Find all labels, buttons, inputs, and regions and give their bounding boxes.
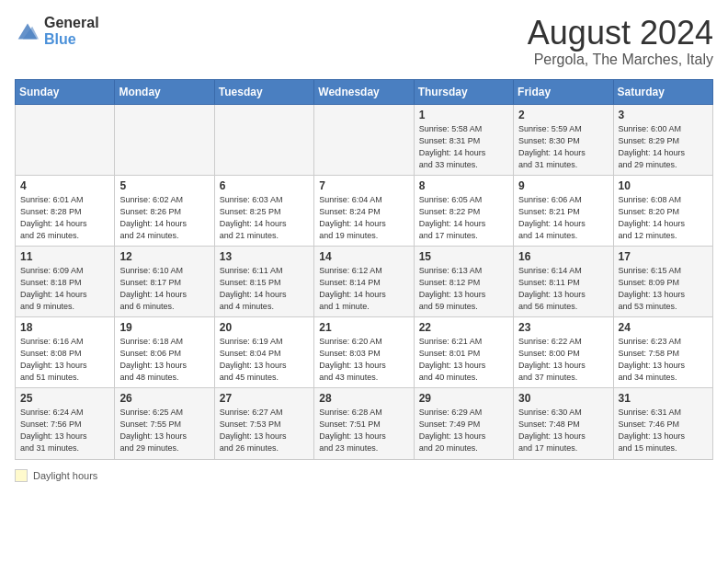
day-info: Sunrise: 6:19 AM Sunset: 8:04 PM Dayligh… bbox=[220, 336, 309, 384]
day-number: 5 bbox=[119, 179, 209, 192]
day-number: 14 bbox=[319, 250, 408, 263]
day-info: Sunrise: 5:59 AM Sunset: 8:30 PM Dayligh… bbox=[518, 123, 608, 171]
calendar-cell: 25Sunrise: 6:24 AM Sunset: 7:56 PM Dayli… bbox=[16, 388, 115, 459]
calendar-cell: 17Sunrise: 6:15 AM Sunset: 8:09 PM Dayli… bbox=[613, 246, 712, 316]
day-info: Sunrise: 6:11 AM Sunset: 8:15 PM Dayligh… bbox=[220, 265, 309, 313]
day-info: Sunrise: 6:01 AM Sunset: 8:28 PM Dayligh… bbox=[20, 194, 109, 242]
calendar-cell: 27Sunrise: 6:27 AM Sunset: 7:53 PM Dayli… bbox=[214, 388, 313, 459]
legend-label: Daylight hours bbox=[33, 470, 97, 481]
header-day-tuesday: Tuesday bbox=[214, 79, 313, 104]
calendar-cell: 26Sunrise: 6:25 AM Sunset: 7:55 PM Dayli… bbox=[115, 388, 214, 459]
calendar-cell: 29Sunrise: 6:29 AM Sunset: 7:49 PM Dayli… bbox=[414, 388, 513, 459]
day-info: Sunrise: 6:31 AM Sunset: 7:46 PM Dayligh… bbox=[619, 407, 708, 454]
calendar-cell: 6Sunrise: 6:03 AM Sunset: 8:25 PM Daylig… bbox=[214, 175, 313, 246]
day-number: 30 bbox=[518, 392, 608, 405]
day-number: 11 bbox=[20, 250, 109, 263]
calendar-cell: 8Sunrise: 6:05 AM Sunset: 8:22 PM Daylig… bbox=[414, 175, 513, 246]
logo-icon bbox=[15, 20, 40, 42]
day-info: Sunrise: 6:28 AM Sunset: 7:51 PM Dayligh… bbox=[319, 407, 408, 454]
calendar-table: SundayMondayTuesdayWednesdayThursdayFrid… bbox=[15, 79, 713, 460]
calendar-cell: 20Sunrise: 6:19 AM Sunset: 8:04 PM Dayli… bbox=[214, 317, 313, 388]
calendar-header: SundayMondayTuesdayWednesdayThursdayFrid… bbox=[16, 79, 713, 104]
calendar-cell bbox=[214, 104, 313, 175]
day-number: 6 bbox=[220, 179, 309, 192]
calendar-cell: 21Sunrise: 6:20 AM Sunset: 8:03 PM Dayli… bbox=[314, 317, 414, 388]
logo-text: General Blue bbox=[44, 15, 99, 48]
calendar-cell bbox=[16, 104, 115, 175]
legend-box bbox=[15, 469, 28, 482]
day-number: 27 bbox=[220, 392, 309, 405]
day-number: 9 bbox=[518, 179, 608, 192]
calendar-cell: 22Sunrise: 6:21 AM Sunset: 8:01 PM Dayli… bbox=[414, 317, 513, 388]
day-info: Sunrise: 6:00 AM Sunset: 8:29 PM Dayligh… bbox=[619, 123, 708, 171]
calendar-cell: 4Sunrise: 6:01 AM Sunset: 8:28 PM Daylig… bbox=[16, 175, 115, 246]
day-number: 4 bbox=[20, 179, 109, 192]
day-info: Sunrise: 6:08 AM Sunset: 8:20 PM Dayligh… bbox=[619, 194, 708, 242]
logo-general: General bbox=[44, 15, 99, 30]
day-info: Sunrise: 6:12 AM Sunset: 8:14 PM Dayligh… bbox=[319, 265, 408, 313]
title-block: August 2024 Pergola, The Marches, Italy bbox=[528, 15, 713, 68]
day-info: Sunrise: 6:25 AM Sunset: 7:55 PM Dayligh… bbox=[119, 407, 209, 454]
day-info: Sunrise: 6:22 AM Sunset: 8:00 PM Dayligh… bbox=[518, 336, 608, 384]
day-number: 28 bbox=[319, 392, 408, 405]
day-info: Sunrise: 6:27 AM Sunset: 7:53 PM Dayligh… bbox=[220, 407, 309, 454]
day-info: Sunrise: 6:10 AM Sunset: 8:17 PM Dayligh… bbox=[119, 265, 209, 313]
day-number: 26 bbox=[119, 392, 209, 405]
calendar-cell: 30Sunrise: 6:30 AM Sunset: 7:48 PM Dayli… bbox=[514, 388, 613, 459]
calendar-cell: 18Sunrise: 6:16 AM Sunset: 8:08 PM Dayli… bbox=[16, 317, 115, 388]
day-info: Sunrise: 5:58 AM Sunset: 8:31 PM Dayligh… bbox=[419, 123, 508, 171]
week-row-2: 4Sunrise: 6:01 AM Sunset: 8:28 PM Daylig… bbox=[16, 175, 713, 246]
calendar-cell: 24Sunrise: 6:23 AM Sunset: 7:58 PM Dayli… bbox=[613, 317, 712, 388]
day-info: Sunrise: 6:21 AM Sunset: 8:01 PM Dayligh… bbox=[419, 336, 508, 384]
calendar-cell: 12Sunrise: 6:10 AM Sunset: 8:17 PM Dayli… bbox=[115, 246, 214, 316]
calendar-cell: 9Sunrise: 6:06 AM Sunset: 8:21 PM Daylig… bbox=[514, 175, 613, 246]
day-number: 24 bbox=[619, 321, 708, 334]
day-info: Sunrise: 6:18 AM Sunset: 8:06 PM Dayligh… bbox=[119, 336, 209, 384]
week-row-1: 1Sunrise: 5:58 AM Sunset: 8:31 PM Daylig… bbox=[16, 104, 713, 175]
month-title: August 2024 bbox=[528, 15, 713, 52]
logo: General Blue bbox=[15, 15, 99, 48]
week-row-5: 25Sunrise: 6:24 AM Sunset: 7:56 PM Dayli… bbox=[16, 388, 713, 459]
day-number: 17 bbox=[619, 250, 708, 263]
day-number: 19 bbox=[119, 321, 209, 334]
week-row-3: 11Sunrise: 6:09 AM Sunset: 8:18 PM Dayli… bbox=[16, 246, 713, 316]
day-number: 29 bbox=[419, 392, 508, 405]
calendar-cell bbox=[314, 104, 414, 175]
header-day-wednesday: Wednesday bbox=[314, 79, 414, 104]
calendar-cell: 23Sunrise: 6:22 AM Sunset: 8:00 PM Dayli… bbox=[514, 317, 613, 388]
calendar-cell: 13Sunrise: 6:11 AM Sunset: 8:15 PM Dayli… bbox=[214, 246, 313, 316]
day-info: Sunrise: 6:03 AM Sunset: 8:25 PM Dayligh… bbox=[220, 194, 309, 242]
day-number: 10 bbox=[619, 179, 708, 192]
calendar-cell bbox=[115, 104, 214, 175]
header-day-monday: Monday bbox=[115, 79, 214, 104]
calendar-cell: 10Sunrise: 6:08 AM Sunset: 8:20 PM Dayli… bbox=[613, 175, 712, 246]
calendar-cell: 11Sunrise: 6:09 AM Sunset: 8:18 PM Dayli… bbox=[16, 246, 115, 316]
day-info: Sunrise: 6:02 AM Sunset: 8:26 PM Dayligh… bbox=[119, 194, 209, 242]
location-title: Pergola, The Marches, Italy bbox=[528, 52, 713, 68]
day-number: 8 bbox=[419, 179, 508, 192]
day-info: Sunrise: 6:05 AM Sunset: 8:22 PM Dayligh… bbox=[419, 194, 508, 242]
calendar-cell: 16Sunrise: 6:14 AM Sunset: 8:11 PM Dayli… bbox=[514, 246, 613, 316]
day-number: 25 bbox=[20, 392, 109, 405]
calendar-body: 1Sunrise: 5:58 AM Sunset: 8:31 PM Daylig… bbox=[16, 104, 713, 459]
day-number: 13 bbox=[220, 250, 309, 263]
day-info: Sunrise: 6:23 AM Sunset: 7:58 PM Dayligh… bbox=[619, 336, 708, 384]
day-number: 12 bbox=[119, 250, 209, 263]
day-number: 23 bbox=[518, 321, 608, 334]
week-row-4: 18Sunrise: 6:16 AM Sunset: 8:08 PM Dayli… bbox=[16, 317, 713, 388]
day-number: 16 bbox=[518, 250, 608, 263]
day-number: 7 bbox=[319, 179, 408, 192]
header-day-thursday: Thursday bbox=[414, 79, 513, 104]
calendar-cell: 31Sunrise: 6:31 AM Sunset: 7:46 PM Dayli… bbox=[613, 388, 712, 459]
day-info: Sunrise: 6:13 AM Sunset: 8:12 PM Dayligh… bbox=[419, 265, 508, 313]
day-number: 18 bbox=[20, 321, 109, 334]
day-info: Sunrise: 6:30 AM Sunset: 7:48 PM Dayligh… bbox=[518, 407, 608, 454]
day-info: Sunrise: 6:15 AM Sunset: 8:09 PM Dayligh… bbox=[619, 265, 708, 313]
day-number: 31 bbox=[619, 392, 708, 405]
calendar-cell: 7Sunrise: 6:04 AM Sunset: 8:24 PM Daylig… bbox=[314, 175, 414, 246]
header-day-sunday: Sunday bbox=[16, 79, 115, 104]
day-info: Sunrise: 6:16 AM Sunset: 8:08 PM Dayligh… bbox=[20, 336, 109, 384]
calendar-cell: 15Sunrise: 6:13 AM Sunset: 8:12 PM Dayli… bbox=[414, 246, 513, 316]
day-number: 3 bbox=[619, 109, 708, 121]
calendar-cell: 19Sunrise: 6:18 AM Sunset: 8:06 PM Dayli… bbox=[115, 317, 214, 388]
